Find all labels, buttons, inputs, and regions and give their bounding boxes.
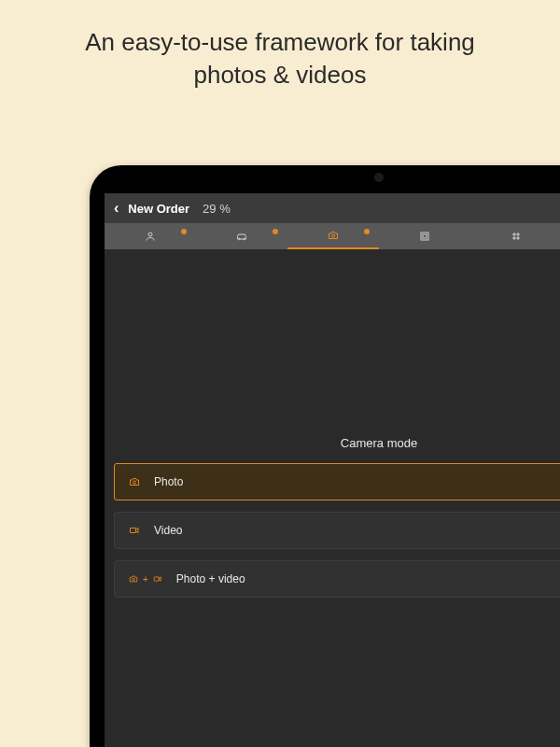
headline-line2: photos & videos [37,59,523,92]
svg-rect-5 [423,234,427,238]
mode-label: Photo [154,475,183,488]
headline-line1: An easy-to-use framework for taking [37,26,523,59]
camera-mode-photo-video[interactable]: + Photo + video [114,560,560,598]
svg-rect-4 [421,233,428,240]
user-icon [145,231,156,242]
camera-mode-photo[interactable]: Photo [114,463,560,500]
mode-label: Video [154,524,182,537]
tab-camera[interactable] [287,223,379,249]
svg-rect-9 [154,577,159,581]
title-bar: ‹ New Order 29 % [105,193,560,223]
tab-square[interactable] [379,223,470,249]
progress-text: 29 % [203,202,231,216]
badge-dot-icon [364,229,370,234]
svg-point-3 [332,234,335,237]
tab-grid[interactable] [470,223,560,249]
photo-video-icon: + [128,574,163,585]
badge-dot-icon [181,229,187,234]
tab-user[interactable] [105,223,196,249]
marketing-headline: An easy-to-use framework for taking phot… [0,0,560,92]
device-camera-dot [374,173,384,182]
camera-mode-list: Photo Video + Photo + video [105,463,560,598]
grid-icon [511,231,522,242]
tab-rail [105,223,560,249]
square-icon [419,231,430,242]
tab-car[interactable] [196,223,287,249]
page-title: New Order [128,202,189,216]
mode-label: Photo + video [176,572,245,585]
badge-dot-icon [273,229,278,234]
content-area: Camera mode Photo Video [105,249,560,747]
svg-rect-7 [131,529,136,533]
svg-point-6 [133,481,136,484]
svg-point-8 [133,578,135,581]
device-frame: ‹ New Order 29 % [90,165,560,747]
camera-mode-video[interactable]: Video [114,512,560,549]
svg-point-0 [148,233,152,236]
camera-icon [327,230,340,241]
section-heading: Camera mode [105,436,560,450]
app-screen: ‹ New Order 29 % [105,193,560,747]
video-icon [128,525,141,536]
car-icon [235,231,248,242]
photo-icon [128,476,141,487]
back-icon[interactable]: ‹ [114,200,119,217]
